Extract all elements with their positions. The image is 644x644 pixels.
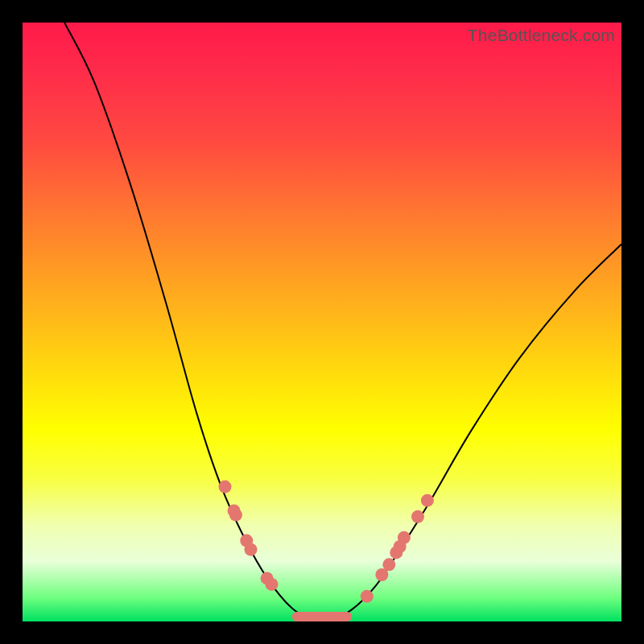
data-point [361,590,374,603]
watermark-text: TheBottleneck.com [468,26,615,45]
data-point-markers [219,481,434,603]
data-point [245,543,258,556]
svg-rect-0 [292,612,352,621]
bottleneck-curve [64,23,621,617]
data-point [382,558,395,571]
data-point [229,509,242,522]
data-point [398,531,411,544]
valley-marker-band [292,612,352,621]
data-point [421,494,434,507]
chart-frame: TheBottleneck.com [0,0,644,644]
data-point [219,481,232,493]
curve-layer [23,23,621,621]
plot-area: TheBottleneck.com [23,23,621,621]
data-point [411,510,424,523]
data-point [266,578,279,591]
